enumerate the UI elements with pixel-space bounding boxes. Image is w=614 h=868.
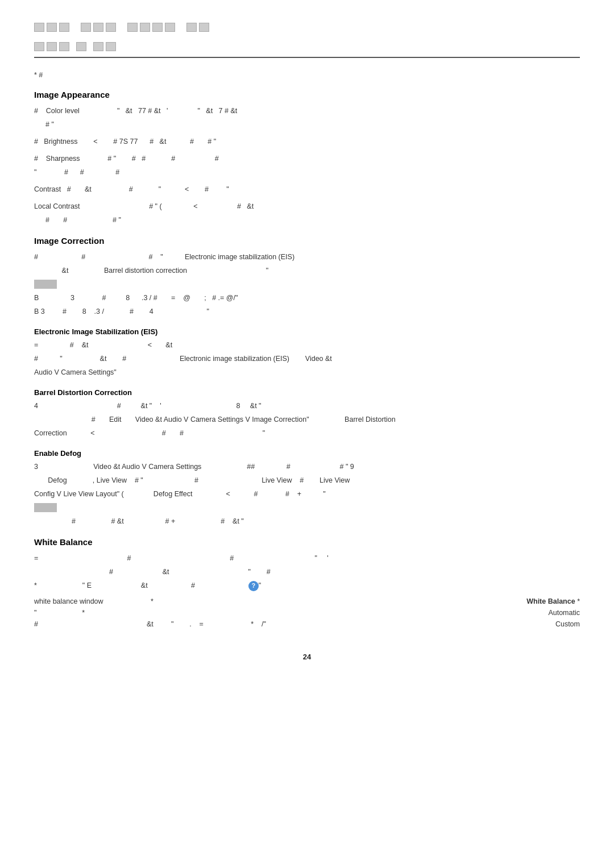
barrel-title: Barrel Distortion Correction <box>34 388 580 397</box>
nav-block-5 <box>34 42 69 51</box>
white-balance-block: = # # " ' <box>34 553 580 630</box>
barrel-line3: Correction < # # " <box>34 427 580 439</box>
wb-line2: # &t " # <box>34 566 580 578</box>
nav-box <box>93 23 103 32</box>
nav-box <box>127 23 138 32</box>
correction-line1: # # # " Electronic image stabilization (… <box>34 251 580 263</box>
image-correction-title: Image Correction <box>34 236 580 246</box>
defog-block: 3 Video &t Audio V Camera Settings ## # … <box>34 461 580 527</box>
white-balance-title: White Balance <box>34 537 580 547</box>
nav-box <box>59 42 69 51</box>
sharpness-line1: # Sharpness # " # # # # <box>34 153 580 164</box>
page-wrapper: * # Image Appearance # Color level " &t … <box>0 0 614 868</box>
color-level-line1: # Color level " &t 77 # &t ' " &t 7 # &t <box>34 105 580 117</box>
section-barrel: Barrel Distortion Correction 4 # &t " ' … <box>34 388 580 439</box>
nav-box <box>47 23 57 32</box>
correction-line3: B 3 # 8 .3 / # = @ ; # .= @/" <box>34 292 580 304</box>
contrast-line: Contrast # &t # " < # " <box>34 184 580 195</box>
barrel-line1: 4 # &t " ' 8 &t " <box>34 400 580 412</box>
brightness-block: # Brightness < # 7S 77 # &t # # " <box>34 136 580 147</box>
brightness-line: # Brightness < # 7S 77 # &t # # " <box>34 136 580 147</box>
correction-intro-block: # # # " Electronic image stabilization (… <box>34 251 580 317</box>
eis-line1: = # &t < &t <box>34 339 580 351</box>
nav-box <box>93 42 103 51</box>
correction-line2: &t Barrel distortion correction " <box>34 265 580 276</box>
wb-window-text: white balance window * " * # &t " . = * <box>34 596 266 630</box>
nav-box <box>106 42 116 51</box>
nav-block-1 <box>34 23 69 32</box>
nav-box <box>106 23 116 32</box>
barrel-line2: # Edit Video &t Audio V Camera Settings … <box>34 414 580 425</box>
nav-box <box>81 23 91 32</box>
divider <box>34 57 580 58</box>
section-white-balance: White Balance = # # " ' <box>34 537 580 630</box>
intro-line: * # <box>34 69 580 81</box>
nav-box <box>140 23 150 32</box>
sharpness-block: # Sharpness # " # # # # " # # # <box>34 153 580 178</box>
gray-indicator-box-2 <box>34 503 57 512</box>
help-icon[interactable]: ? <box>248 581 259 591</box>
defog-line4: # # &t # + # &t " <box>34 516 580 527</box>
wb-automatic: Automatic <box>512 607 580 618</box>
local-contrast-line2: # # # " <box>34 214 580 226</box>
eis-title: Electronic Image Stabilization (EIS) <box>34 327 580 336</box>
defog-title: Enable Defog <box>34 449 580 458</box>
local-contrast-block: Local Contrast # " ( < # &t # # # " <box>34 201 580 226</box>
nav-box <box>47 42 57 51</box>
nav-block-6 <box>76 42 86 51</box>
color-level-line2: # " <box>34 119 580 130</box>
section-eis: Electronic Image Stabilization (EIS) = #… <box>34 327 580 378</box>
correction-line4: B 3 # 8 .3 / # 4 " <box>34 306 580 317</box>
nav-block-4 <box>186 23 209 32</box>
barrel-block: 4 # &t " ' 8 &t " # Edit Video &t Audio … <box>34 400 580 439</box>
wb-line3: * " E &t # ?" <box>34 580 580 591</box>
defog-line3: Config V Live View Layout" ( Defog Effec… <box>34 488 580 500</box>
wb-custom: Custom <box>512 618 580 630</box>
wb-options-line: white balance window * " * # &t " . = * <box>34 596 580 630</box>
nav-box <box>165 23 175 32</box>
nav-box <box>34 23 44 32</box>
nav-box <box>59 23 69 32</box>
eis-line2: # " &t # Electronic image stabilization … <box>34 353 580 364</box>
local-contrast-line1: Local Contrast # " ( < # &t <box>34 201 580 212</box>
wb-line1: = # # " ' <box>34 553 580 564</box>
section-defog: Enable Defog 3 Video &t Audio V Camera S… <box>34 449 580 527</box>
eis-line3: Audio V Camera Settings" <box>34 367 580 378</box>
top-nav <box>34 17 580 38</box>
gray-indicator-box <box>34 280 57 289</box>
nav-box <box>76 42 86 51</box>
wb-label: White Balance <box>526 597 575 605</box>
section-image-appearance: Image Appearance # Color level " &t 77 #… <box>34 90 580 226</box>
contrast-block: Contrast # &t # " < # " <box>34 184 580 195</box>
wb-option-list: White Balance * Automatic Custom <box>512 596 580 630</box>
nav-block-3 <box>127 23 175 32</box>
color-level-block: # Color level " &t 77 # &t ' " &t 7 # &t… <box>34 105 580 130</box>
nav-box <box>199 23 209 32</box>
nav-box <box>152 23 163 32</box>
page-number: 24 <box>34 653 580 661</box>
defog-line2: Defog , Live View # " # Live View # Live… <box>34 475 580 486</box>
wb-star: * <box>577 597 580 605</box>
image-appearance-title: Image Appearance <box>34 90 580 99</box>
nav-box <box>34 42 44 51</box>
nav-block-2 <box>81 23 116 32</box>
second-nav <box>34 42 580 51</box>
eis-block: = # &t < &t # " &t # Electronic image st… <box>34 339 580 378</box>
section-image-correction: Image Correction # # # " Electronic imag… <box>34 236 580 317</box>
nav-block-7 <box>93 42 116 51</box>
defog-line1: 3 Video &t Audio V Camera Settings ## # … <box>34 461 580 472</box>
nav-box <box>186 23 197 32</box>
sharpness-line2: " # # # <box>34 167 580 178</box>
